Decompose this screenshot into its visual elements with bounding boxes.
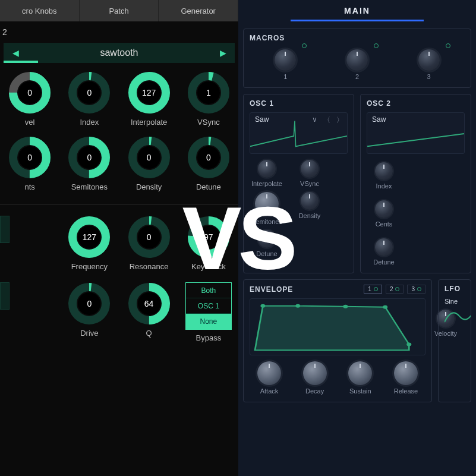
svg-point-30 [406, 342, 411, 346]
osc2-wave-name: Saw [372, 115, 386, 124]
nts-knob[interactable]: 0 [8, 136, 51, 179]
osc2-title: OSC 2 [367, 99, 465, 108]
tab-macro-knobs[interactable]: cro Knobs [0, 0, 80, 21]
macro-ring-icon [302, 43, 307, 48]
index-label: Index [80, 118, 99, 127]
envelope-panel: ENVELOPE 123 Velocity Attack [243, 279, 432, 402]
vel-knob[interactable]: 0 [8, 71, 51, 114]
key track-label: Key Track [191, 262, 226, 271]
detune-knob[interactable]: 0 [187, 136, 230, 179]
bypass-label: Bypass [196, 333, 222, 342]
release-knob[interactable] [394, 361, 418, 385]
frequency-label: Frequency [71, 262, 108, 271]
divider [0, 204, 238, 205]
drive-label: Drive [80, 329, 98, 338]
detune-knob[interactable] [258, 230, 276, 248]
detune-knob[interactable] [375, 238, 393, 256]
macro-2-knob[interactable] [346, 49, 368, 71]
decay-label: Decay [305, 387, 324, 395]
wave-menu-icon[interactable]: ∨ [312, 115, 317, 125]
semitones-label: Semitones [251, 218, 282, 225]
macro-1-knob[interactable] [275, 49, 296, 71]
bypass-selector[interactable]: BothOSC 1None [185, 282, 232, 330]
wave-prev-icon[interactable]: 〈 [323, 115, 330, 125]
osc2-wave-display[interactable]: Saw [367, 112, 465, 154]
vsync-label: VSync [197, 118, 220, 127]
vsync-knob[interactable]: 1 [187, 71, 230, 114]
nts-label: nts [24, 182, 34, 191]
frequency-knob[interactable]: 127 [68, 216, 111, 259]
tab-generator[interactable]: Generator [159, 0, 238, 21]
left-synth-panel: cro Knobs Patch Generator 2 ◀ sawtooth ▶… [0, 0, 238, 476]
svg-point-27 [295, 304, 300, 308]
bypass-option-osc 1[interactable]: OSC 1 [186, 298, 231, 314]
interpolate-label: Interpolate [131, 118, 167, 127]
attack-knob[interactable] [257, 361, 281, 385]
envelope-tab-2[interactable]: 2 [386, 285, 404, 294]
resonance-label: Resonance [130, 262, 169, 271]
interpolate-label: Interpolate [251, 180, 282, 187]
sustain-label: Sustain [349, 387, 371, 395]
osc1-panel: OSC 1 Saw ∨ 〈 〉 Interpolate VSync Semito… [243, 94, 354, 273]
index-label: Index [376, 182, 392, 190]
right-synth-panel: MAIN MACROS 1 2 3 OSC 1 Saw ∨ 〈 〉 [238, 0, 476, 476]
svg-point-26 [260, 304, 265, 308]
waveform-selector[interactable]: ◀ sawtooth ▶ [4, 43, 235, 63]
envelope-tab-3[interactable]: 3 [407, 285, 425, 294]
index-knob[interactable]: 0 [68, 71, 111, 114]
tab-patch[interactable]: Patch [80, 0, 159, 21]
bypass-option-both[interactable]: Both [186, 283, 231, 298]
left-tabs: cro Knobs Patch Generator [0, 0, 238, 21]
key track-knob[interactable]: 97 [187, 216, 230, 259]
decay-knob[interactable] [303, 361, 327, 385]
vsync-knob[interactable] [301, 160, 319, 178]
knob-row-3: 127 Frequency 0 Resonance 97 Key Track [0, 216, 238, 282]
semitones-label: Semitones [71, 182, 108, 191]
svg-point-29 [383, 305, 387, 309]
envelope-title: ENVELOPE [250, 285, 293, 294]
next-wave-icon[interactable]: ▶ [211, 43, 235, 63]
density-knob[interactable]: 0 [128, 136, 171, 179]
osc1-wave-display[interactable]: Saw ∨ 〈 〉 [250, 112, 348, 154]
sustain-knob[interactable] [348, 361, 372, 385]
knob-row-4: 0 Drive 64 Q BothOSC 1None Bypass [0, 282, 238, 352]
svg-point-28 [343, 305, 348, 308]
detune-label: Detune [256, 250, 277, 257]
vel-label: vel [25, 118, 35, 127]
side-stub [0, 282, 10, 310]
density-label: Density [299, 212, 321, 219]
cents-knob[interactable] [375, 200, 393, 218]
vsync-label: VSync [300, 180, 319, 187]
macro-ring-icon [374, 43, 379, 48]
osc1-title: OSC 1 [250, 99, 348, 108]
interpolate-knob[interactable] [258, 160, 276, 178]
semitones-knob[interactable] [255, 192, 279, 216]
tab-main[interactable]: MAIN [238, 0, 476, 23]
macro-1-label: 1 [283, 73, 287, 80]
envelope-display[interactable]: Velocity [250, 298, 425, 355]
knob-row-2: 0 nts 0 Semitones 0 Density 0 [0, 136, 238, 201]
q-label: Q [146, 329, 152, 338]
interpolate-knob[interactable]: 127 [128, 71, 171, 114]
wave-next-icon[interactable]: 〉 [336, 115, 343, 125]
macros-panel: MACROS 1 2 3 [243, 29, 471, 88]
prev-wave-icon[interactable]: ◀ [4, 43, 27, 63]
lfo-wave-hint: Sine [445, 298, 465, 305]
resonance-knob[interactable]: 0 [128, 216, 171, 259]
macro-2-label: 2 [355, 73, 359, 80]
macros-title: MACROS [250, 34, 465, 42]
density-knob[interactable] [301, 192, 319, 210]
detune-label: Detune [196, 182, 221, 191]
macro-3-knob[interactable] [418, 49, 440, 71]
q-knob[interactable]: 64 [128, 282, 171, 325]
index-knob[interactable] [375, 162, 393, 180]
drive-knob[interactable]: 0 [68, 282, 111, 325]
envelope-tab-1[interactable]: 1 [364, 285, 382, 294]
semitones-knob[interactable]: 0 [68, 136, 111, 179]
lfo-panel: LFO Sine [438, 279, 471, 402]
macro-3-label: 3 [427, 73, 431, 80]
bypass-option-none[interactable]: None [186, 314, 231, 329]
lfo-title: LFO [445, 285, 465, 293]
osc1-wave-name: Saw [255, 115, 269, 124]
density-label: Density [136, 182, 162, 191]
